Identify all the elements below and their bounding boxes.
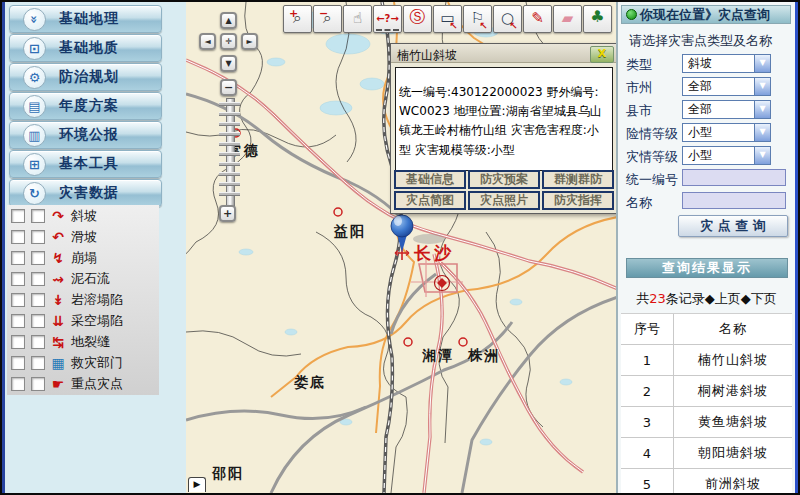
cursor-icon: ↖: [480, 20, 488, 31]
layer-checkbox[interactable]: [31, 251, 45, 265]
map-canvas[interactable]: 常德 益阳 长沙 湘潭 株洲 娄底 邵阳 ⌕+ ⌕− ☝ ←?→ Ⓢ ▭↖ ⚐↖…: [186, 2, 618, 493]
cursor-icon: ↖: [450, 20, 458, 31]
query-submit-button[interactable]: 灾 点 查 询: [678, 215, 788, 237]
arrow-right-icon: ►: [246, 37, 252, 46]
arrow-down-icon: ▼: [225, 59, 231, 68]
scale-button[interactable]: Ⓢ: [403, 5, 432, 33]
select-polygon-button[interactable]: ⚐↖: [463, 5, 492, 33]
chevron-down-icon[interactable]: ▼: [754, 147, 770, 164]
disaster-command-button[interactable]: 防灾指挥: [542, 191, 614, 210]
sidebar-item-disaster-data[interactable]: ↻灾害数据: [9, 179, 162, 207]
sidebar-item-annual-plan[interactable]: ▤年度方案: [9, 92, 162, 120]
zoom-in-button[interactable]: ⌕+: [283, 5, 312, 33]
column-header-no: 序号: [621, 314, 674, 344]
form-row-county: 县市 全部▼: [626, 102, 792, 122]
layer-checkbox[interactable]: [31, 272, 45, 286]
city-label-loudi: 娄底: [294, 374, 326, 392]
pan-left-button[interactable]: ◄: [199, 33, 216, 50]
layer-checkbox[interactable]: [31, 314, 45, 328]
layer-checkbox[interactable]: [31, 230, 45, 244]
query-panel: 你现在位置》 灾点查询 请选择灾害点类型及名称 类型 斜坡▼ 市州 全部▼ 县市…: [618, 2, 798, 493]
layer-checkbox[interactable]: [31, 356, 45, 370]
next-page-link[interactable]: ◆下页: [741, 291, 777, 306]
city-label-shaoyang: 邵阳: [212, 465, 244, 483]
name-input[interactable]: [682, 192, 786, 209]
group-monitoring-button[interactable]: 群测群防: [542, 170, 614, 189]
chevron-down-icon[interactable]: ▼: [754, 124, 770, 141]
form-row-danger-level: 险情等级 小型▼: [626, 125, 792, 145]
zoom-out-button[interactable]: ⌕−: [313, 5, 342, 33]
left-sidebar: »基础地理 ⊡基础地质 ⚙防治规划 ▤年度方案 ▥环境公报 ⊞基本工具 ↻灾害数…: [2, 2, 186, 493]
layer-checkbox[interactable]: [11, 293, 25, 307]
report-icon: ▥: [23, 124, 46, 147]
pan-center-button[interactable]: ✛: [220, 33, 237, 50]
prefecture-select[interactable]: 全部▼: [682, 77, 771, 96]
prev-page-link[interactable]: ◆上页: [705, 291, 741, 306]
field-label: 险情等级: [626, 126, 678, 141]
layer-checkbox[interactable]: [31, 209, 45, 223]
sidebar-item-basic-geography[interactable]: »基础地理: [9, 5, 162, 33]
danger-level-select[interactable]: 小型▼: [682, 123, 771, 142]
overview-arrow-button[interactable]: ▶: [188, 477, 206, 492]
layer-checkbox[interactable]: [11, 251, 25, 265]
site-sketch-button[interactable]: 灾点简图: [394, 191, 466, 210]
eraser-button[interactable]: ▰: [553, 5, 582, 33]
full-extent-button[interactable]: ♣: [583, 5, 612, 33]
table-row[interactable]: 1 楠竹山斜坡: [621, 345, 792, 376]
sidebar-item-basic-tools[interactable]: ⊞基本工具: [9, 150, 162, 178]
form-row-name: 名称: [626, 194, 792, 214]
disaster-point-popup: 楠竹山斜坡 X 统一编号:430122000023 野外编号:WC0023 地理…: [390, 43, 618, 214]
table-row[interactable]: 5 前洲斜坡: [621, 469, 792, 495]
county-select[interactable]: 全部▼: [682, 100, 771, 119]
layer-checkbox[interactable]: [31, 293, 45, 307]
ground-fissure-icon: ↹: [46, 334, 70, 350]
layer-row-collapse: ↯崩塌: [7, 247, 159, 268]
city-label-xiangtan: 湘潭: [422, 347, 454, 365]
basic-info-button[interactable]: 基础信息: [394, 170, 466, 189]
chevron-down-icon[interactable]: ▼: [754, 101, 770, 118]
table-row[interactable]: 2 桐树港斜坡: [621, 376, 792, 407]
disaster-level-select[interactable]: 小型▼: [682, 146, 771, 165]
zoom-slider-ticks[interactable]: [219, 102, 240, 202]
layer-checkbox[interactable]: [11, 314, 25, 328]
site-photo-button[interactable]: 灾点照片: [468, 191, 540, 210]
field-label: 县市: [626, 103, 652, 118]
breadcrumb-current: 灾点查询: [718, 6, 770, 24]
layer-checkbox[interactable]: [11, 230, 25, 244]
layer-checkbox[interactable]: [11, 356, 25, 370]
cursor-icon: ↖: [510, 20, 518, 31]
chevron-down-icon[interactable]: ▼: [754, 55, 770, 72]
select-rectangle-button[interactable]: ▭↖: [433, 5, 462, 33]
close-icon[interactable]: X: [590, 46, 614, 63]
pan-down-button[interactable]: ▼: [220, 55, 237, 72]
pan-right-button[interactable]: ►: [241, 33, 258, 50]
pan-button[interactable]: ☝: [343, 5, 372, 33]
popup-title: 楠竹山斜坡: [391, 44, 617, 63]
measure-distance-button[interactable]: ←?→: [373, 5, 402, 33]
layer-checkbox[interactable]: [11, 377, 25, 391]
sidebar-item-environment-bulletin[interactable]: ▥环境公报: [9, 121, 162, 149]
draw-marker-button[interactable]: ✎: [523, 5, 552, 33]
select-circle-button[interactable]: ○↖: [493, 5, 522, 33]
table-row[interactable]: 4 朝阳塘斜坡: [621, 438, 792, 469]
chevron-down-icon[interactable]: ▼: [754, 78, 770, 95]
zoom-in-step-button[interactable]: +: [219, 205, 236, 222]
layer-checkbox[interactable]: [11, 272, 25, 286]
form-row-uid: 统一编号: [626, 171, 792, 191]
total-prefix: 共: [636, 291, 649, 306]
monitor-icon: ⊡: [23, 37, 46, 60]
sidebar-item-basic-geology[interactable]: ⊡基础地质: [9, 34, 162, 62]
table-row[interactable]: 3 黄鱼塘斜坡: [621, 407, 792, 438]
layer-checkbox[interactable]: [31, 377, 45, 391]
sidebar-item-prevention-planning[interactable]: ⚙防治规划: [9, 63, 162, 91]
pan-up-button[interactable]: ▲: [220, 12, 237, 29]
layer-checkbox[interactable]: [11, 335, 25, 349]
prevention-plan-button[interactable]: 防灾预案: [468, 170, 540, 189]
layer-checkbox[interactable]: [11, 209, 25, 223]
hand-icon: ☝: [344, 9, 371, 27]
uid-input[interactable]: [682, 169, 786, 186]
results-table: 序号 名称 1 楠竹山斜坡 2 桐树港斜坡 3 黄鱼塘斜坡 4 朝阳塘斜坡 5 …: [621, 313, 792, 495]
type-select[interactable]: 斜坡▼: [682, 54, 771, 73]
layer-checkbox[interactable]: [31, 335, 45, 349]
zoom-out-step-button[interactable]: −: [220, 79, 237, 96]
